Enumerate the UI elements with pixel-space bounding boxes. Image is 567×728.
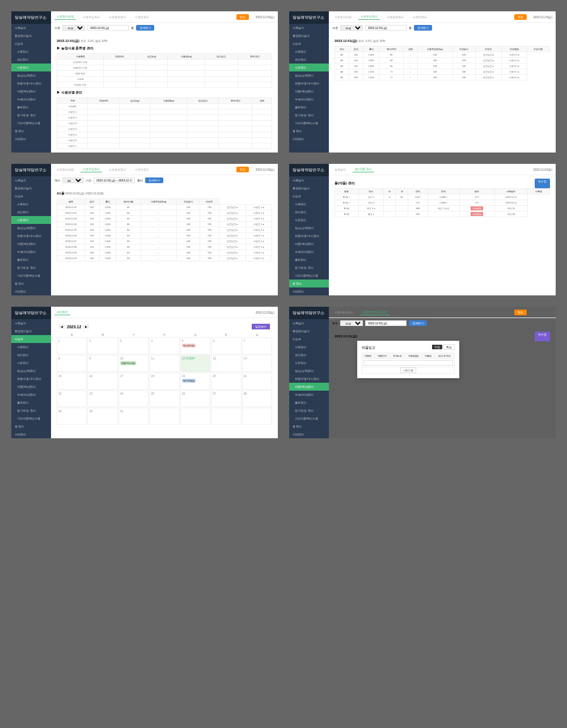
nav-item[interactable]: 생산관리: [289, 208, 329, 216]
nav-item[interactable]: 사육일지: [11, 319, 51, 327]
nav-item[interactable]: 환경관리일지: [11, 327, 51, 335]
nav-item[interactable]: 잡기체 등 관리: [11, 407, 51, 414]
nav-item[interactable]: 환경관리일지: [289, 184, 329, 192]
nav-item[interactable]: 거래관리: [289, 430, 329, 438]
nav-item[interactable]: 완충/구충/구시관리: [11, 79, 51, 87]
calendar-cell[interactable]: 9: [87, 355, 117, 372]
calendar-cell[interactable]: 8: [57, 355, 87, 372]
nav-item[interactable]: 사육일지: [11, 24, 51, 32]
nav-item[interactable]: 사육일지: [11, 176, 51, 184]
calendar-cell[interactable]: 16: [87, 373, 117, 390]
nav-item[interactable]: 약품(백신)관리: [289, 87, 329, 95]
nav-item[interactable]: 생산관리: [11, 208, 51, 216]
calendar-cell[interactable]: [211, 408, 241, 425]
search-button[interactable]: 검색하기: [136, 25, 154, 31]
calendar-cell[interactable]: 31: [119, 408, 149, 425]
nav-item[interactable]: 완충/구충/구시관리: [11, 232, 51, 240]
nav-item[interactable]: 환경관리일지: [11, 32, 51, 40]
nav-item[interactable]: 잡기체 등 관리: [11, 111, 51, 119]
nav-item[interactable]: 부숙(처리)관리: [289, 95, 329, 103]
nav-item[interactable]: 기타약품/백신사용: [11, 272, 51, 280]
add-row[interactable]: +추가행: [400, 367, 416, 373]
nav-item[interactable]: 기타약품/백신사용: [289, 272, 329, 280]
nav-item[interactable]: 기타약품/백신사용: [289, 119, 329, 127]
calendar-cell[interactable]: 1: [57, 337, 87, 354]
nav-item[interactable]: 거래관리: [11, 287, 51, 295]
nav-item[interactable]: 리포트: [11, 335, 51, 343]
calendar-cell[interactable]: 25: [149, 390, 179, 407]
nav-item[interactable]: 사료관리: [11, 64, 51, 71]
nav-item[interactable]: 생산관리: [11, 351, 51, 359]
calendar-cell[interactable]: 27: [211, 390, 241, 407]
nav-item[interactable]: 사육일지: [289, 176, 329, 184]
calendar-cell[interactable]: 10전량구두사업: [119, 355, 149, 372]
nav-item[interactable]: 잡기체 등 관리: [289, 111, 329, 119]
nav-item[interactable]: 생산관리: [289, 56, 329, 64]
calendar-cell[interactable]: 2: [87, 337, 117, 354]
nav-item[interactable]: 부숙(처리)관리: [289, 248, 329, 256]
nav-item[interactable]: 출하관리: [11, 103, 51, 111]
nav-item[interactable]: 청소(소독)관리: [11, 367, 51, 375]
nav-item[interactable]: 사육관리: [11, 200, 51, 208]
nav-item[interactable]: 기타약품/백신사용: [11, 119, 51, 127]
nav-item[interactable]: 완충/구충/구시관리: [11, 375, 51, 383]
calendar-cell[interactable]: 30: [87, 408, 117, 425]
nav-item[interactable]: 동 관리: [289, 127, 329, 135]
calendar-cell[interactable]: 17: [119, 373, 149, 390]
nav-item[interactable]: 약품(백신)관리: [11, 383, 51, 391]
nav-item[interactable]: 완충/구충/구시관리: [289, 375, 329, 383]
nav-item[interactable]: 동 관리: [289, 422, 329, 430]
nav-item[interactable]: 동 관리: [11, 127, 51, 135]
tab[interactable]: 사료관리대장: [54, 14, 76, 20]
nav-item[interactable]: 사육관리: [289, 48, 329, 56]
calendar-cell[interactable]: 23: [87, 390, 117, 407]
calendar-cell[interactable]: 12 TODAY: [180, 355, 210, 372]
calendar-cell[interactable]: 28: [242, 390, 272, 407]
calendar-cell[interactable]: 26: [180, 390, 210, 407]
nav-item[interactable]: 거래관리: [11, 135, 51, 143]
nav-item[interactable]: 출하관리: [289, 256, 329, 264]
nav-item[interactable]: 사육관리: [289, 343, 329, 351]
calendar-cell[interactable]: 5백신투여일: [180, 337, 210, 354]
nav-item[interactable]: 청소(소독)관리: [289, 367, 329, 375]
nav-item[interactable]: 기타약품/백신사용: [289, 414, 329, 422]
calendar-cell[interactable]: 6: [211, 337, 241, 354]
calendar-cell[interactable]: 3: [119, 337, 149, 354]
calendar-cell[interactable]: 19복지부평일: [180, 373, 210, 390]
nav-item[interactable]: 잡기체 등 관리: [289, 264, 329, 272]
nav-item[interactable]: 출하관리: [11, 256, 51, 264]
nav-item[interactable]: 리포트: [289, 192, 329, 200]
nav-item[interactable]: 약품(백신)관리: [11, 87, 51, 95]
date-input[interactable]: [87, 25, 129, 31]
calendar-cell[interactable]: 4: [149, 337, 179, 354]
nav-item[interactable]: 청소(소독)관리: [289, 224, 329, 232]
nav-item[interactable]: 완충/구충/구시관리: [289, 79, 329, 87]
calendar-cell[interactable]: 22: [57, 390, 87, 407]
add-event[interactable]: 일정추가: [252, 324, 270, 329]
nav-item[interactable]: 생산관리: [11, 56, 51, 64]
nav-item[interactable]: 사료관리: [11, 216, 51, 224]
nav-item[interactable]: 사육일지: [289, 24, 329, 32]
select-range[interactable]: 전체: [62, 25, 85, 31]
nav-item[interactable]: 약품(백신)관리: [11, 240, 51, 248]
nav-item[interactable]: 잡기체 등 관리: [289, 407, 329, 414]
nav-item[interactable]: 리포트: [11, 40, 51, 48]
nav-item[interactable]: 동 관리: [11, 280, 51, 287]
nav-item[interactable]: 출하관리: [289, 399, 329, 407]
nav-item[interactable]: 청소(소독)관리: [11, 71, 51, 79]
nav-item[interactable]: 동 관리: [11, 422, 51, 430]
nav-item[interactable]: 생산관리: [289, 351, 329, 359]
nav-item[interactable]: 약품(백신)관리: [289, 383, 329, 391]
nav-item[interactable]: 환경관리일지: [289, 327, 329, 335]
tab[interactable]: 사료종류관리: [107, 14, 128, 20]
calendar-cell[interactable]: 7: [242, 337, 272, 354]
nav-item[interactable]: 출하관리: [289, 103, 329, 111]
calendar-cell[interactable]: 29: [57, 408, 87, 425]
calendar-cell[interactable]: [149, 408, 179, 425]
nav-item[interactable]: 동 관리: [289, 280, 329, 287]
nav-item[interactable]: 기타약품/백신사용: [11, 414, 51, 422]
save-button[interactable]: 저장: [432, 345, 442, 349]
tab[interactable]: 사료빈관리: [133, 14, 151, 20]
nav-item[interactable]: 사료관리: [289, 216, 329, 224]
nav-item[interactable]: 약품(백신)관리: [289, 240, 329, 248]
